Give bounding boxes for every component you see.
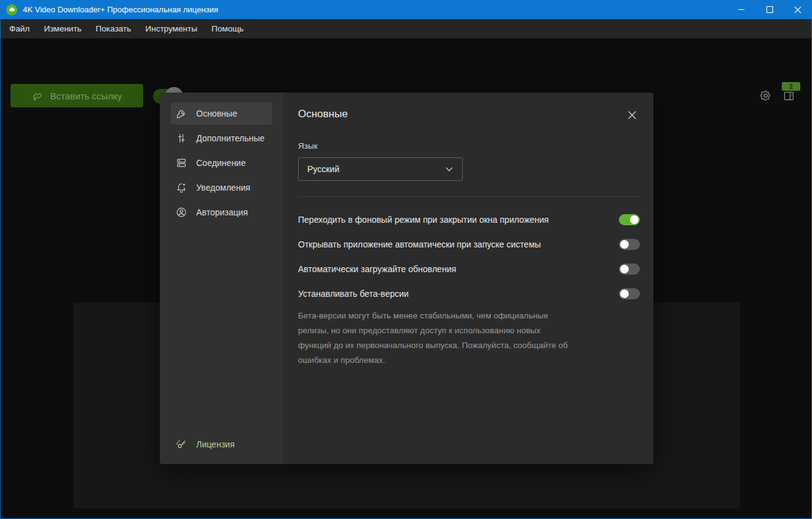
setting-row-autostart: Открывать приложение автоматически при з… bbox=[298, 232, 640, 257]
section-divider bbox=[298, 196, 640, 197]
language-select[interactable]: Русский bbox=[298, 157, 463, 181]
menu-help[interactable]: Помощь bbox=[212, 24, 244, 33]
menu-tools[interactable]: Инструменты bbox=[146, 24, 197, 33]
beta-note-text: Бета-версии могут быть менее стабильными… bbox=[298, 309, 576, 368]
downloads-panel-icon[interactable] bbox=[782, 89, 795, 102]
close-window-button[interactable] bbox=[784, 0, 812, 19]
license-label: Лицензия bbox=[196, 439, 234, 449]
panel-title: Основные bbox=[298, 108, 348, 120]
sidebar-item-connection[interactable]: Соединение bbox=[171, 152, 272, 174]
sidebar-item-label: Основные bbox=[196, 109, 237, 118]
settings-gear-icon[interactable] bbox=[760, 89, 772, 102]
toolbar: Вставить ссылку Скачать Видео Качество Л… bbox=[1, 38, 811, 79]
connection-icon bbox=[175, 157, 188, 169]
settings-sidebar: Основные Дополнительные bbox=[160, 93, 283, 464]
setting-row-beta-versions: Устанавливать бета-версии bbox=[298, 281, 640, 306]
toggle-knob bbox=[620, 265, 629, 273]
settings-dialog: Основные Дополнительные bbox=[160, 93, 653, 464]
setting-label: Автоматически загружайте обновления bbox=[298, 264, 456, 274]
titlebar: 4K Video Downloader+ Профессиональная ли… bbox=[0, 0, 812, 19]
setting-label: Переходить в фоновый режим при закрытии … bbox=[298, 215, 549, 225]
minimize-button[interactable] bbox=[727, 0, 755, 19]
window-controls bbox=[727, 0, 812, 19]
toggle-knob bbox=[620, 240, 629, 249]
sidebar-item-label: Дополнительные bbox=[196, 133, 265, 143]
setting-label: Устанавливать бета-версии bbox=[298, 289, 408, 299]
toggle-autostart[interactable] bbox=[619, 239, 640, 250]
toggle-knob bbox=[620, 289, 629, 298]
paste-link-label: Вставить ссылку bbox=[50, 91, 122, 101]
app-logo-icon bbox=[6, 4, 17, 15]
settings-panel: Основные Язык Русский Переходить в фонов… bbox=[283, 93, 653, 464]
toggle-beta-versions[interactable] bbox=[619, 288, 640, 299]
close-icon[interactable] bbox=[628, 110, 637, 120]
toggle-auto-updates[interactable] bbox=[619, 264, 640, 275]
notification-badge: 2 bbox=[782, 82, 800, 91]
wrench-icon bbox=[175, 107, 188, 120]
maximize-button[interactable] bbox=[755, 0, 784, 19]
setting-label: Открывать приложение автоматически при з… bbox=[298, 239, 541, 249]
key-icon bbox=[175, 438, 188, 450]
license-button[interactable]: Лицензия bbox=[175, 438, 234, 450]
language-label: Язык bbox=[298, 141, 318, 151]
menu-file[interactable]: Файл bbox=[9, 24, 30, 33]
sidebar-item-notifications[interactable]: Уведомления bbox=[171, 176, 272, 199]
setting-row-background-mode: Переходить в фоновый режим при закрытии … bbox=[298, 207, 640, 232]
sidebar-item-general[interactable]: Основные bbox=[171, 102, 272, 125]
app-window: 4K Video Downloader+ Профессиональная ли… bbox=[0, 0, 812, 519]
paste-link-button[interactable]: Вставить ссылку bbox=[10, 84, 143, 107]
sidebar-item-label: Авторизация bbox=[196, 207, 248, 217]
menu-edit[interactable]: Изменить bbox=[44, 24, 81, 33]
sidebar-item-label: Уведомления bbox=[196, 183, 251, 193]
paste-link-icon bbox=[31, 89, 44, 102]
setting-row-auto-updates: Автоматически загружайте обновления bbox=[298, 257, 640, 281]
toggle-background-mode[interactable] bbox=[619, 214, 640, 225]
user-icon bbox=[175, 206, 188, 218]
sidebar-item-label: Соединение bbox=[196, 158, 246, 168]
menu-view[interactable]: Показать bbox=[96, 24, 131, 33]
bell-icon bbox=[175, 181, 188, 194]
language-value: Русский bbox=[307, 164, 339, 174]
sliders-icon bbox=[175, 132, 188, 144]
window-title: 4K Video Downloader+ Профессиональная ли… bbox=[23, 5, 218, 14]
menu-bar: Файл Изменить Показать Инструменты Помощ… bbox=[1, 19, 811, 38]
toggle-knob bbox=[630, 215, 639, 224]
sidebar-item-authorization[interactable]: Авторизация bbox=[171, 201, 272, 223]
sidebar-item-advanced[interactable]: Дополнительные bbox=[171, 127, 272, 149]
chevron-down-icon bbox=[445, 167, 454, 172]
